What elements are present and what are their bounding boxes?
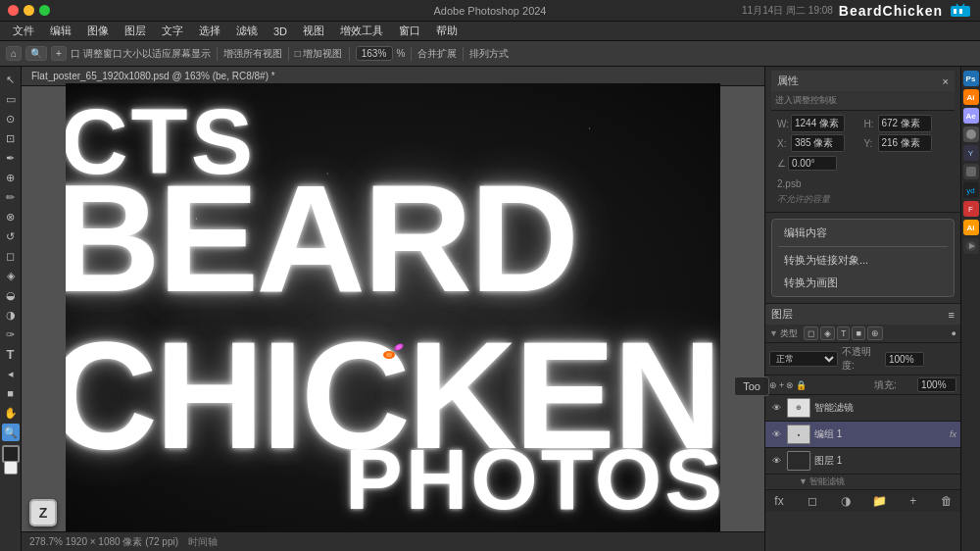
menu-filter[interactable]: 滤镜 [229, 22, 265, 40]
app-icon-1[interactable] [963, 126, 979, 142]
hand-tool[interactable]: ✋ [2, 404, 20, 422]
blur-tool[interactable]: ◒ [2, 286, 20, 304]
dodge-tool[interactable]: ◑ [2, 306, 20, 324]
filename-display: 2.psb [771, 176, 955, 191]
app-icon-4[interactable]: yd [963, 182, 979, 198]
crop-tool[interactable]: ⊡ [2, 129, 20, 147]
zoom-in-button[interactable]: + [51, 46, 67, 61]
merge-view-label: 合并扩展 [417, 47, 457, 61]
fit-label: □ 增加视图 [295, 47, 343, 61]
type-tool[interactable]: T [2, 345, 20, 363]
filter-smart-btn[interactable]: ⊕ [867, 326, 883, 340]
menu-help[interactable]: 帮助 [429, 22, 465, 40]
gradient-tool[interactable]: ◈ [2, 267, 20, 284]
add-fx-button[interactable]: fx [771, 493, 787, 509]
menu-image[interactable]: 图像 [80, 22, 116, 40]
zoom-out-button[interactable]: 🔍 [25, 46, 47, 61]
layer-name-group: 编组 1 [814, 427, 946, 441]
toolbar-separator-5 [463, 47, 464, 61]
menu-file[interactable]: 文件 [6, 22, 41, 40]
new-layer-button[interactable]: + [906, 493, 921, 509]
history-brush-tool[interactable]: ↺ [2, 227, 20, 245]
eyedropper-tool[interactable]: ✒ [2, 149, 20, 167]
menu-window[interactable]: 窗口 [392, 22, 427, 40]
arrange-label: 排列方式 [469, 47, 509, 61]
layers-options-icon[interactable]: ≡ [949, 309, 955, 321]
w-label: W: [777, 119, 789, 129]
canvas-area[interactable]: Flat_poster_65_1920x1080.psd @ 163% (be,… [22, 67, 764, 551]
app-icon-3[interactable] [963, 164, 979, 179]
clone-stamp-tool[interactable]: ⊗ [2, 208, 20, 225]
layer-item-group[interactable]: 👁 ▪ 编组 1 fx [765, 422, 960, 448]
selection-tool[interactable]: ▭ [2, 90, 20, 108]
path-select-tool[interactable]: ◂ [2, 365, 20, 382]
enhance-label: 增强所有视图 [223, 47, 282, 61]
zoom-pct-label: % [397, 48, 406, 59]
eraser-tool[interactable]: ◻ [2, 247, 20, 265]
filename-tab: Flat_poster_65_1920x1080.psd @ 163% (be,… [31, 71, 275, 81]
menu-type[interactable]: 文字 [155, 22, 190, 40]
menu-edit[interactable]: 编辑 [43, 22, 78, 40]
lock-all-icon[interactable]: 🔒 [796, 380, 807, 390]
lasso-tool[interactable]: ⊙ [2, 110, 20, 127]
background-color[interactable] [4, 461, 18, 475]
context-convert-linked[interactable]: 转换为链接对象... [772, 249, 954, 272]
fullscreen-button[interactable] [39, 5, 50, 16]
layer-item-1[interactable]: 👁 图层 1 [765, 448, 960, 475]
properties-close[interactable]: × [943, 75, 949, 87]
video-icon[interactable] [963, 238, 979, 254]
ps-icon[interactable]: Ps [963, 71, 979, 86]
layer-eye-smart[interactable]: 👁 [769, 401, 783, 415]
shape-tool[interactable]: ■ [2, 384, 20, 402]
app-icon-6[interactable]: Ai [963, 220, 979, 235]
filter-buttons: ◻ ◈ T ■ ⊕ [804, 326, 883, 340]
minimize-button[interactable] [24, 5, 34, 16]
menu-3d[interactable]: 3D [267, 24, 294, 39]
new-group-button[interactable]: 📁 [872, 493, 888, 509]
layer-eye-group[interactable]: 👁 [769, 427, 783, 441]
filter-toggle[interactable]: ● [952, 328, 956, 338]
lock-move-icon[interactable]: ⊗ [786, 380, 794, 390]
menu-plugins[interactable]: 增效工具 [333, 22, 390, 40]
app-icon-2[interactable]: Y [963, 145, 979, 161]
filter-pixel-btn[interactable]: ◻ [804, 326, 818, 340]
properties-section: 属性 × 进入调整控制板 W: 1244 像素 H: 672 像素 [765, 67, 960, 213]
delete-layer-button[interactable]: 🗑 [939, 493, 955, 509]
layer-item-smart-filter[interactable]: 👁 ⊕ 智能滤镜 [765, 395, 960, 422]
spot-heal-tool[interactable]: ⊕ [2, 169, 20, 186]
menu-select[interactable]: 选择 [192, 22, 227, 40]
x-label: X: [777, 138, 789, 149]
context-convert-paint[interactable]: 转换为画图 [772, 272, 954, 294]
layers-filter-row: ▼ 类型 ◻ ◈ T ■ ⊕ ● [765, 325, 960, 343]
menu-view[interactable]: 视图 [296, 22, 331, 40]
lock-pixel-icon[interactable]: + [779, 380, 784, 390]
filter-adjust-btn[interactable]: ◈ [820, 326, 835, 340]
new-fill-button[interactable]: ◑ [838, 493, 854, 509]
move-tool[interactable]: ↖ [2, 71, 20, 88]
close-button[interactable] [8, 5, 19, 16]
add-mask-button[interactable]: ◻ [805, 493, 820, 509]
app-icon-5[interactable]: F [963, 201, 979, 217]
y-label: Y: [864, 138, 876, 149]
traffic-lights [8, 5, 50, 16]
blend-mode-select[interactable]: 正常 [769, 351, 838, 367]
menu-layer[interactable]: 图层 [118, 22, 153, 40]
context-edit-content[interactable]: 编辑内容 [772, 222, 954, 244]
ae-icon[interactable]: Ae [963, 108, 979, 124]
layers-title-bar: 图层 ≡ [765, 304, 960, 325]
smart-filter-group: ▼ 智能滤镜 [765, 475, 960, 489]
properties-coords: W: 1244 像素 H: 672 像素 X: 385 像素 Y: 216 像素 [771, 111, 955, 156]
layer-name-smart: 智能滤镜 [814, 401, 956, 415]
ai-icon[interactable]: Ai [963, 89, 979, 105]
brush-tool[interactable]: ✏ [2, 188, 20, 206]
pen-tool[interactable]: ✑ [2, 326, 20, 343]
layer-eye-1[interactable]: 👁 [769, 454, 783, 468]
filter-shape-btn[interactable]: ■ [852, 326, 864, 340]
filter-type-btn[interactable]: T [837, 326, 851, 340]
blend-opacity-row: 正常 不透明度: 100% [765, 343, 960, 376]
lock-icons: ⊕ + ⊗ 🔒 [769, 380, 807, 390]
lock-pos-icon[interactable]: ⊕ [769, 380, 777, 390]
zoom-tool[interactable]: 🔍 [2, 424, 20, 441]
angle-field: ∠ 0.00° [771, 156, 955, 174]
home-button[interactable]: ⌂ [6, 46, 22, 61]
